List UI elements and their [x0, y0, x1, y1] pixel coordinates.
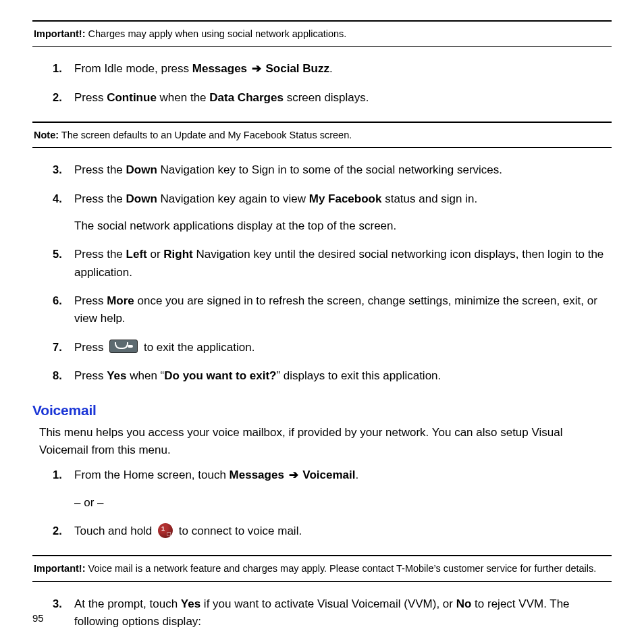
step-d3: 3. At the prompt, touch Yes if you want … [53, 590, 612, 637]
steps-group-b: 3. Press the Down Navigation key to Sign… [32, 156, 612, 390]
callout-label: Important!: [34, 28, 86, 39]
page-number: 95 [32, 612, 44, 624]
step-number: 7. [53, 339, 62, 356]
callout-label: Note: [34, 130, 59, 140]
step-number: 4. [53, 190, 62, 208]
steps-group-a: 1. From Idle mode, press Messages ➔ Soci… [32, 55, 612, 112]
step-number: 5. [53, 246, 62, 263]
voicemail-key-icon [158, 523, 173, 538]
callout-text: Voice mail is a network feature and char… [86, 563, 597, 574]
step-6: 6. Press More once you are signed in to … [53, 287, 612, 333]
step-2: 2. Press Continue when the Data Charges … [53, 84, 612, 112]
step-3: 3. Press the Down Navigation key to Sign… [53, 156, 612, 184]
step-subtext: – or – [74, 494, 612, 512]
end-call-key-icon [109, 340, 138, 353]
step-c1: 1. From the Home screen, touch Messages … [53, 461, 612, 517]
step-number: 3. [53, 161, 62, 179]
callout-text: Charges may apply when using social netw… [86, 28, 347, 39]
step-number: 2. [53, 522, 62, 540]
steps-group-c: 1. From the Home screen, touch Messages … [32, 461, 612, 545]
important-callout-1: Important!: Charges may apply when using… [32, 22, 612, 46]
important-callout-2: Important!: Voice mail is a network feat… [32, 556, 612, 581]
divider [32, 46, 612, 47]
step-number: 3. [53, 595, 62, 613]
step-5: 5. Press the Left or Right Navigation ke… [53, 240, 612, 287]
step-c2: 2. Touch and hold to connect to voice ma… [53, 517, 612, 545]
step-7: 7. Press to exit the application. [53, 333, 612, 362]
steps-group-d: 3. At the prompt, touch Yes if you want … [32, 590, 612, 637]
section-intro: This menu helps you access your voice ma… [39, 424, 612, 458]
section-heading-voicemail: Voicemail [32, 402, 612, 419]
divider [32, 581, 612, 582]
note-callout: Note: The screen defaults to an Update a… [32, 123, 612, 147]
step-4: 4. Press the Down Navigation key again t… [53, 185, 612, 241]
step-1: 1. From Idle mode, press Messages ➔ Soci… [53, 55, 612, 83]
step-number: 6. [53, 292, 62, 310]
divider [32, 147, 612, 148]
callout-label: Important!: [34, 563, 86, 574]
manual-page: Important!: Charges may apply when using… [0, 0, 644, 644]
step-number: 8. [53, 367, 62, 385]
step-subtext: The social network applications display … [74, 217, 612, 235]
callout-text: The screen defaults to an Update and My … [59, 130, 352, 140]
step-number: 1. [53, 466, 62, 484]
step-number: 2. [53, 89, 62, 107]
step-number: 1. [53, 60, 62, 78]
step-8: 8. Press Yes when “Do you want to exit?”… [53, 362, 612, 390]
